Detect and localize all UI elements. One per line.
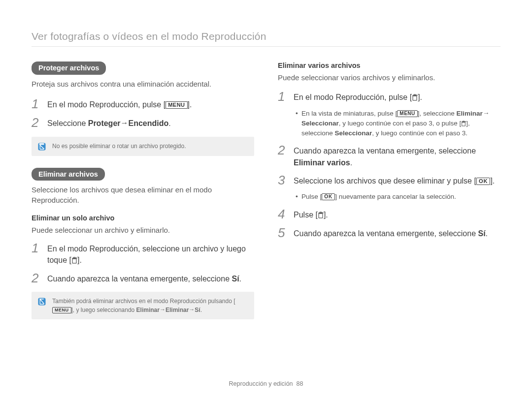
bold: Eliminar varios bbox=[294, 158, 350, 167]
protect-heading: Proteger archivos bbox=[32, 62, 106, 75]
bold: Sí bbox=[195, 307, 200, 313]
step-number: 1 bbox=[32, 97, 42, 111]
delete-heading: Eliminar archivos bbox=[32, 168, 105, 181]
note-text: También podrá eliminar archivos en el mo… bbox=[52, 297, 248, 314]
step-number: 3 bbox=[278, 173, 289, 187]
step-text: Cuando aparezca la ventana emergente, se… bbox=[47, 271, 241, 284]
arrow-icon: → bbox=[189, 305, 195, 314]
delete-single-sub: Eliminar un solo archivo bbox=[32, 214, 254, 222]
text: . bbox=[350, 158, 352, 167]
bold: Encendido bbox=[129, 119, 169, 127]
step-number: 1 bbox=[278, 90, 289, 104]
step-number: 2 bbox=[278, 143, 289, 157]
footer-page: 88 bbox=[297, 380, 303, 387]
delete-lead: Seleccione los archivos que desea elimin… bbox=[32, 185, 254, 205]
delete-single-step-1: 1 En el modo Reproducción, seleccione un… bbox=[32, 241, 254, 266]
step-text: Seleccione los archivos que desee elimin… bbox=[294, 173, 495, 186]
ok-button-icon: OK bbox=[476, 178, 491, 185]
step-text: Seleccione Proteger → Encendido. bbox=[47, 116, 171, 129]
multi-step-2: 2 Cuando aparezca la ventana emergente, … bbox=[278, 143, 500, 168]
text: . bbox=[168, 119, 170, 127]
bold: Sí bbox=[478, 229, 485, 238]
text: En el modo Reproducción, pulse [ bbox=[294, 93, 412, 101]
text: ], y luego seleccionando bbox=[71, 307, 136, 313]
step-text: En el modo Reproducción, pulse []. bbox=[294, 90, 422, 103]
arrow-icon: → bbox=[121, 117, 129, 128]
step-number: 2 bbox=[32, 271, 42, 285]
delete-single-step-2: 2 Cuando aparezca la ventana emergente, … bbox=[32, 271, 254, 285]
bold: Sí bbox=[232, 275, 239, 283]
trash-icon bbox=[71, 257, 77, 264]
multi-step-4: 4 Pulse []. bbox=[278, 207, 500, 221]
text: , y luego continúe con el paso 3, o puls… bbox=[339, 120, 461, 127]
delete-single-lead: Puede seleccionar un archivo y eliminarl… bbox=[32, 225, 254, 235]
delete-multi-sub: Eliminar varios archivos bbox=[278, 62, 500, 69]
text: ]. bbox=[324, 211, 328, 219]
arrow-icon: → bbox=[160, 305, 166, 314]
text: , y luego continúe con el paso 3. bbox=[372, 129, 467, 137]
multi-step1-bullets: En la vista de miniaturas, pulse [MENU],… bbox=[296, 109, 500, 139]
text: Seleccione bbox=[47, 119, 88, 127]
note-icon bbox=[37, 297, 46, 306]
multi-step3-bullets: Pulse [OK] nuevamente para cancelar la s… bbox=[296, 192, 500, 202]
list-item: En la vista de miniaturas, pulse [MENU],… bbox=[296, 109, 500, 139]
delete-note: También podrá eliminar archivos en el mo… bbox=[32, 292, 254, 319]
text: Pulse [ bbox=[301, 193, 322, 200]
bold: Proteger bbox=[88, 119, 121, 127]
page-title: Ver fotografías o vídeos en el modo Repr… bbox=[32, 31, 500, 42]
trash-icon bbox=[318, 212, 324, 218]
protect-step-2: 2 Seleccione Proteger → Encendido. bbox=[32, 116, 254, 130]
step-number: 2 bbox=[32, 116, 42, 130]
note-text: No es posible eliminar o rotar un archiv… bbox=[52, 142, 186, 151]
bold: Eliminar bbox=[136, 307, 160, 313]
menu-button-icon: MENU bbox=[52, 307, 71, 313]
bold: Eliminar bbox=[166, 307, 189, 313]
menu-button-icon: MENU bbox=[166, 101, 187, 109]
menu-button-icon: MENU bbox=[397, 110, 417, 117]
step-number: 5 bbox=[278, 226, 289, 240]
text: . bbox=[200, 307, 202, 313]
step-number: 4 bbox=[278, 207, 289, 221]
text: ] nuevamente para cancelar la selección. bbox=[335, 193, 456, 200]
text: También podrá eliminar archivos en el mo… bbox=[52, 298, 235, 305]
bold: Seleccionar bbox=[301, 120, 339, 127]
text: ]. bbox=[490, 177, 495, 185]
columns: Proteger archivos Proteja sus archivos c… bbox=[32, 62, 500, 331]
trash-icon bbox=[461, 121, 466, 126]
note-icon bbox=[37, 142, 46, 151]
protect-lead: Proteja sus archivos contra una eliminac… bbox=[32, 79, 254, 89]
left-column: Proteger archivos Proteja sus archivos c… bbox=[32, 62, 254, 331]
multi-step-1: 1 En el modo Reproducción, pulse []. bbox=[278, 90, 500, 104]
text: Cuando aparezca la ventana emergente, se… bbox=[294, 229, 478, 238]
text: ]. bbox=[77, 256, 82, 264]
title-rule bbox=[32, 46, 500, 47]
step-number: 1 bbox=[32, 241, 42, 255]
text: Cuando aparezca la ventana emergente, se… bbox=[294, 147, 476, 155]
step-text: Pulse []. bbox=[294, 207, 328, 220]
text: Pulse [ bbox=[294, 211, 318, 219]
arrow-icon: → bbox=[483, 108, 490, 118]
text: En el modo Reproducción, pulse [ bbox=[47, 100, 166, 109]
text: . bbox=[486, 229, 488, 238]
multi-step-3: 3 Seleccione los archivos que desee elim… bbox=[278, 173, 500, 187]
ok-button-icon: OK bbox=[322, 193, 335, 200]
text: En la vista de miniaturas, pulse [ bbox=[301, 110, 397, 117]
text: ], seleccione bbox=[418, 110, 457, 117]
text: Seleccione los archivos que desee elimin… bbox=[294, 177, 476, 185]
trash-icon bbox=[412, 94, 418, 101]
step-text: En el modo Reproducción, pulse [MENU]. bbox=[47, 97, 192, 110]
footer-section: Reproducción y edición bbox=[229, 380, 293, 387]
step-text: Cuando aparezca la ventana emergente, se… bbox=[294, 143, 476, 168]
protect-step-1: 1 En el modo Reproducción, pulse [MENU]. bbox=[32, 97, 254, 111]
text: . bbox=[239, 275, 241, 283]
text: Cuando aparezca la ventana emergente, se… bbox=[47, 275, 232, 283]
text: ]. bbox=[418, 93, 422, 101]
footer: Reproducción y edición 88 bbox=[0, 380, 532, 387]
multi-step-5: 5 Cuando aparezca la ventana emergente, … bbox=[278, 226, 500, 240]
right-column: Eliminar varios archivos Puede seleccion… bbox=[278, 62, 500, 331]
bold: Eliminar bbox=[457, 110, 483, 117]
protect-note: No es posible eliminar o rotar un archiv… bbox=[32, 137, 254, 156]
list-item: Pulse [OK] nuevamente para cancelar la s… bbox=[296, 192, 500, 202]
step-text: Cuando aparezca la ventana emergente, se… bbox=[294, 226, 488, 239]
text: ]. bbox=[188, 100, 192, 109]
